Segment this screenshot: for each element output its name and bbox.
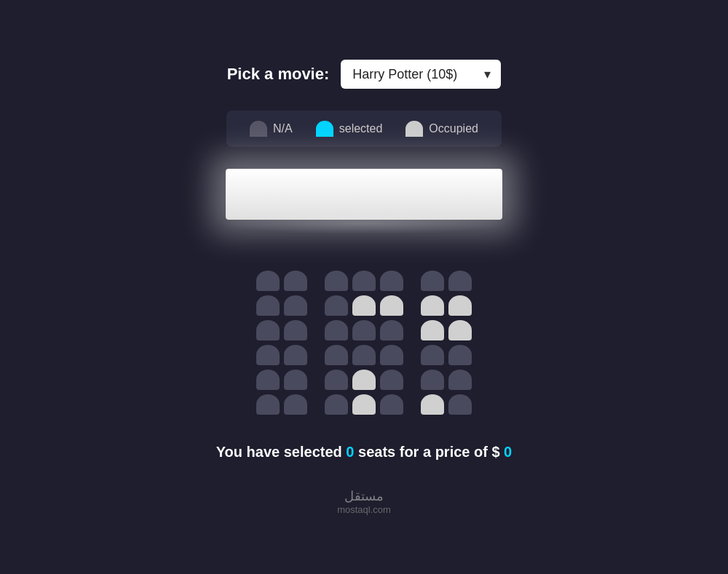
watermark: مستقل mostaql.com	[337, 488, 391, 515]
info-prefix: You have selected	[216, 444, 347, 460]
legend-item-na: N/A	[250, 121, 293, 137]
seat[interactable]	[448, 320, 472, 340]
screen-container	[211, 169, 517, 234]
legend-label-selected: selected	[339, 122, 383, 135]
seat[interactable]	[325, 370, 348, 390]
seats-row	[325, 320, 403, 340]
seat[interactable]	[325, 295, 348, 316]
seat[interactable]	[448, 394, 472, 415]
seat[interactable]	[256, 394, 280, 415]
seat[interactable]	[256, 271, 280, 291]
seats-row	[421, 295, 472, 316]
seat[interactable]	[421, 394, 444, 415]
seat[interactable]	[352, 271, 376, 291]
total-price: 0	[504, 444, 512, 460]
seats-row	[256, 394, 307, 415]
seats-row	[325, 370, 403, 390]
seat[interactable]	[352, 295, 376, 316]
seat[interactable]	[325, 345, 348, 365]
legend-row: N/A selected Occupied	[226, 111, 502, 147]
movie-select[interactable]: Harry Potter (10$)Inception (12$)Avatar …	[341, 60, 501, 89]
seat[interactable]	[284, 320, 307, 340]
legend-item-occupied: Occupied	[405, 121, 478, 137]
seats-row	[421, 320, 472, 340]
seats-row	[421, 394, 472, 415]
seat[interactable]	[256, 345, 280, 365]
seat[interactable]	[284, 394, 307, 415]
seat[interactable]	[380, 370, 403, 390]
legend-label-occupied: Occupied	[429, 122, 478, 135]
seats-row	[325, 345, 403, 365]
legend-icon-na	[250, 121, 267, 137]
seat[interactable]	[256, 320, 280, 340]
seat[interactable]	[325, 271, 348, 291]
seat[interactable]	[352, 320, 376, 340]
seat-count: 0	[346, 444, 354, 460]
legend-icon-occupied	[405, 121, 423, 137]
seats-row	[325, 295, 403, 316]
movie-picker-row: Pick a movie: Harry Potter (10$)Inceptio…	[227, 60, 502, 89]
seat[interactable]	[448, 295, 472, 316]
info-text: You have selected 0 seats for a price of…	[216, 444, 512, 461]
info-middle: seats for a price of $	[354, 444, 504, 460]
seat[interactable]	[421, 345, 444, 365]
seat[interactable]	[325, 320, 348, 340]
seats-section-right	[421, 271, 472, 415]
seat[interactable]	[352, 370, 376, 390]
legend-label-na: N/A	[273, 122, 293, 135]
seat[interactable]	[284, 345, 307, 365]
seats-row	[421, 345, 472, 365]
page-container: Pick a movie: Harry Potter (10$)Inceptio…	[0, 31, 728, 544]
seats-row	[256, 370, 307, 390]
seat[interactable]	[448, 271, 472, 291]
seat[interactable]	[380, 271, 403, 291]
seats-row	[256, 295, 307, 316]
seat[interactable]	[421, 295, 444, 316]
watermark-latin: mostaql.com	[337, 504, 391, 515]
movie-select-wrapper: Harry Potter (10$)Inception (12$)Avatar …	[341, 60, 501, 89]
seat[interactable]	[380, 320, 403, 340]
seat[interactable]	[284, 295, 307, 316]
seats-row	[256, 345, 307, 365]
seat[interactable]	[256, 295, 280, 316]
seats-row	[421, 370, 472, 390]
legend-icon-selected	[316, 121, 333, 137]
watermark-arabic: مستقل	[344, 488, 384, 504]
seat[interactable]	[325, 394, 348, 415]
seats-row	[256, 271, 307, 291]
seats-layout	[256, 271, 472, 415]
seat[interactable]	[380, 345, 403, 365]
seats-row	[256, 320, 307, 340]
seat[interactable]	[380, 295, 403, 316]
seat[interactable]	[352, 394, 376, 415]
seats-row	[325, 394, 403, 415]
seat[interactable]	[448, 370, 472, 390]
seat[interactable]	[421, 320, 444, 340]
seats-section-left	[256, 271, 307, 415]
seat[interactable]	[421, 271, 444, 291]
seat[interactable]	[448, 345, 472, 365]
seats-section-center	[325, 271, 403, 415]
seats-row	[421, 271, 472, 291]
legend-item-selected: selected	[316, 121, 383, 137]
seat[interactable]	[256, 370, 280, 390]
seat[interactable]	[421, 370, 444, 390]
seat[interactable]	[284, 370, 307, 390]
seat[interactable]	[380, 394, 403, 415]
seat[interactable]	[284, 271, 307, 291]
seats-row	[325, 271, 403, 291]
movie-picker-label: Pick a movie:	[227, 65, 330, 84]
seats-area	[256, 271, 472, 415]
screen-glow	[218, 212, 510, 234]
seat[interactable]	[352, 345, 376, 365]
